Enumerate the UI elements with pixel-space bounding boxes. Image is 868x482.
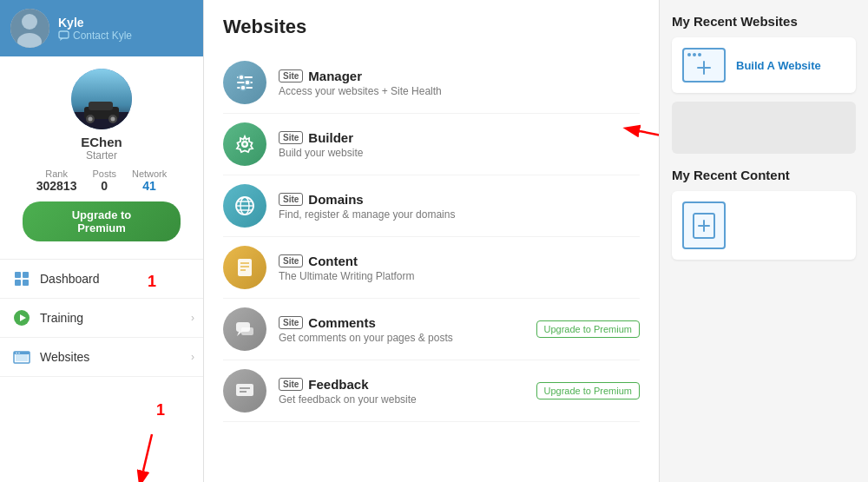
svg-rect-8: [89, 102, 113, 110]
domains-desc: Find, register & manage your domains: [279, 208, 640, 221]
svg-rect-20: [16, 354, 28, 361]
svg-rect-15: [15, 280, 21, 286]
dashboard-icon: [12, 269, 31, 288]
browser-dot-1: [687, 53, 691, 56]
feedback-upgrade-button[interactable]: Upgrade to Premium: [536, 382, 641, 399]
chat-icon: [58, 30, 69, 41]
list-item-builder[interactable]: Site Builder Build your website 2: [223, 114, 640, 175]
svg-point-11: [89, 117, 93, 122]
kyle-name: Kyle: [58, 16, 132, 30]
comments-name: Comments: [308, 315, 376, 330]
recent-website-placeholder: [672, 102, 856, 154]
builder-desc: Build your website: [279, 147, 640, 159]
annotation-1: 1: [148, 273, 156, 291]
content-desc: The Ultimate Writing Platform: [279, 270, 640, 282]
gear-icon: [233, 133, 256, 155]
list-item-feedback[interactable]: Site Feedback Get feedback on your websi…: [223, 360, 640, 422]
feedback-desc: Get feedback on your website: [279, 393, 524, 406]
manager-desc: Access your websites + Site Health: [279, 85, 640, 97]
sidebar-item-websites[interactable]: Websites ›: [0, 338, 203, 377]
document-icon: [233, 256, 256, 279]
comments-desc: Get comments on your pages & posts: [279, 332, 524, 344]
websites-chevron-icon: ›: [191, 351, 194, 363]
svg-rect-3: [59, 31, 69, 38]
svg-point-1: [22, 14, 37, 30]
builder-info: Site Builder Build your website: [279, 130, 640, 159]
sidebar-item-dashboard-label: Dashboard: [40, 272, 191, 286]
comments-info: Site Comments Get comments on your pages…: [279, 315, 524, 344]
content-badge: Site: [279, 254, 303, 267]
domains-icon: [223, 184, 266, 228]
domains-name: Domains: [308, 192, 363, 207]
sidebar-item-dashboard[interactable]: Dashboard: [0, 260, 203, 299]
plus-icon: [694, 57, 714, 78]
builder-badge: Site: [279, 131, 303, 144]
feedback-icon: [223, 369, 266, 413]
sidebar-item-training[interactable]: Training ›: [0, 299, 203, 338]
list-item-comments[interactable]: Site Comments Get comments on your pages…: [223, 299, 640, 360]
sidebar-nav: Dashboard Training ›: [0, 259, 203, 377]
contact-kyle-link[interactable]: Contact Kyle: [58, 30, 132, 42]
list-item-content[interactable]: Site Content The Ultimate Writing Platfo…: [223, 237, 640, 299]
domains-badge: Site: [279, 193, 303, 206]
content-card-icon: [682, 201, 726, 249]
svg-rect-13: [15, 272, 21, 278]
manager-badge: Site: [279, 69, 303, 83]
sidebar-item-websites-label: Websites: [40, 350, 191, 364]
profile-section: EChen Starter Rank 302813 Posts 0 Networ…: [0, 56, 203, 255]
document-plus-icon: [692, 212, 716, 240]
list-item-domains[interactable]: Site Domains Find, register & manage you…: [223, 175, 640, 237]
stat-posts: Posts 0: [92, 168, 116, 193]
svg-rect-16: [23, 280, 29, 286]
svg-rect-41: [238, 259, 252, 276]
sidebar-item-training-label: Training: [40, 311, 191, 325]
manager-name: Manager: [308, 69, 362, 83]
chat-bubbles-icon: [233, 318, 256, 340]
domains-info: Site Domains Find, register & manage you…: [279, 192, 640, 221]
training-chevron-icon: ›: [191, 312, 194, 324]
build-website-card[interactable]: Build A Website: [672, 37, 856, 93]
stat-network: Network 41: [132, 168, 167, 193]
profile-avatar-image: [71, 69, 132, 129]
feedback-title-row: Site Feedback: [279, 377, 524, 392]
profile-username: EChen: [81, 135, 122, 149]
training-icon: [12, 308, 31, 327]
websites-icon: [12, 347, 31, 366]
svg-point-12: [111, 117, 115, 122]
comments-upgrade-button[interactable]: Upgrade to Premium: [536, 320, 641, 338]
recent-content-card[interactable]: [672, 191, 856, 260]
profile-plan: Starter: [86, 149, 117, 162]
svg-point-23: [18, 353, 20, 354]
page-title: Websites: [223, 16, 640, 38]
sliders-icon: [233, 71, 256, 94]
svg-point-22: [16, 353, 17, 354]
content-icon: [223, 246, 266, 289]
recent-content-title: My Recent Content: [672, 168, 856, 182]
content-info: Site Content The Ultimate Writing Platfo…: [279, 254, 640, 282]
comments-title-row: Site Comments: [279, 315, 524, 330]
content-title-row: Site Content: [279, 254, 640, 268]
kyle-avatar: [10, 9, 49, 48]
browser-dot-3: [698, 53, 701, 56]
feedback-badge: Site: [279, 378, 303, 391]
svg-rect-47: [241, 327, 253, 335]
globe-icon: [233, 195, 256, 217]
svg-point-32: [243, 142, 247, 146]
sidebar: Kyle Contact Kyle: [0, 0, 204, 482]
svg-point-29: [240, 85, 246, 90]
svg-rect-48: [236, 384, 253, 396]
recent-content-section: My Recent Content: [672, 168, 856, 260]
content-name: Content: [308, 254, 358, 268]
sidebar-top-bar: Kyle Contact Kyle: [0, 0, 203, 56]
list-item-manager[interactable]: Site Manager Access your websites + Site…: [223, 52, 640, 114]
right-panel: My Recent Websites Build A Website My Re…: [660, 0, 868, 482]
svg-rect-14: [23, 272, 29, 278]
domains-title-row: Site Domains: [279, 192, 640, 207]
manager-icon: [223, 61, 266, 104]
manager-info: Site Manager Access your websites + Site…: [279, 69, 640, 97]
feedback-name: Feedback: [308, 377, 368, 392]
build-website-icon: [682, 48, 726, 83]
recent-websites-title: My Recent Websites: [672, 14, 856, 29]
upgrade-to-premium-button[interactable]: Upgrade to Premium: [23, 201, 181, 241]
svg-line-34: [640, 131, 660, 157]
